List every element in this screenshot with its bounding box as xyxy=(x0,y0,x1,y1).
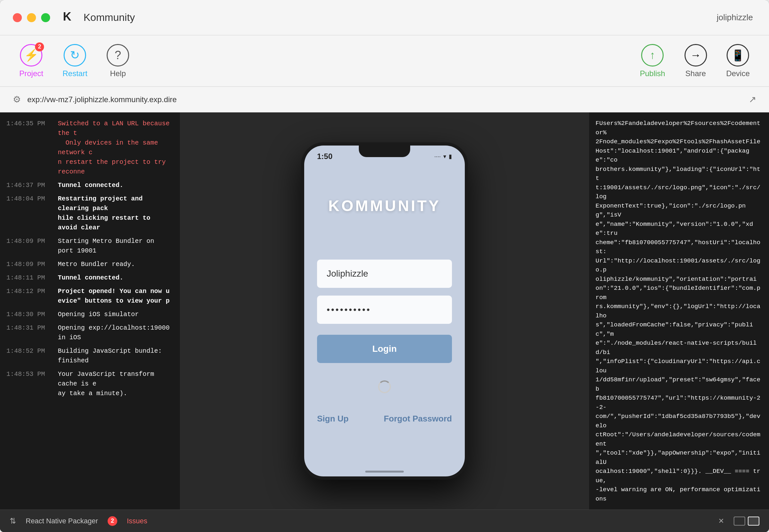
signup-link[interactable]: Sign Up xyxy=(317,414,349,424)
main-content: 1:46:35 PM Switched to a LAN URL because… xyxy=(0,112,769,510)
log-msg: Opening iOS simulator xyxy=(58,310,173,319)
log-msg: Building JavaScript bundle: finished xyxy=(58,346,173,366)
app-logo-area: K Kommunity xyxy=(63,10,135,25)
log-time: 1:48:30 PM xyxy=(6,310,51,319)
console-log: 1:46:35 PM Switched to a LAN URL because… xyxy=(0,112,180,510)
project-toolbar-item[interactable]: ⚡ 2 Project xyxy=(19,44,43,78)
help-icon: ? xyxy=(107,44,129,67)
window-btn-2[interactable] xyxy=(748,517,759,526)
issues-badge: 2 xyxy=(108,516,117,526)
phone-form: Login Sign Up Forgot Password xyxy=(317,260,452,424)
share-toolbar-item[interactable]: → Share xyxy=(685,44,707,78)
right-log: FUsers%2Fandeladeveloper%2Fsources%2Fcod… xyxy=(589,112,769,510)
log-entry: 1:48:09 PM Starting Metro Bundler on por… xyxy=(6,236,173,256)
log-msg: Opening exp://localhost:19000 in iOS xyxy=(58,323,173,342)
username-input[interactable] xyxy=(317,260,452,288)
restart-toolbar-item[interactable]: ↻ Restart xyxy=(63,44,87,78)
device-label: Device xyxy=(726,69,750,78)
device-toolbar-item[interactable]: 📱 Device xyxy=(726,44,750,78)
bottom-windows xyxy=(734,517,759,526)
close-button[interactable] xyxy=(13,13,22,22)
maximize-button[interactable] xyxy=(41,13,50,22)
right-panel: FUsers%2Fandeladeveloper%2Fsources%2Fcod… xyxy=(589,112,769,510)
log-entry: 1:48:11 PM Tunnel connected. xyxy=(6,273,173,283)
log-time: 1:48:11 PM xyxy=(6,273,51,283)
log-entry: 1:48:04 PM Restarting project and cleari… xyxy=(6,194,173,233)
password-input[interactable] xyxy=(317,296,452,324)
help-toolbar-item[interactable]: ? Help xyxy=(107,44,129,78)
log-msg: Your JavaScript transform cache is eay t… xyxy=(58,369,173,398)
url-bar: ⚙ exp://vw-mz7.joliphizzle.kommunity.exp… xyxy=(0,87,769,112)
publish-label: Publish xyxy=(640,69,665,78)
publish-toolbar-item[interactable]: ↑ Publish xyxy=(640,44,665,78)
log-entry: 1:48:52 PM Building JavaScript bundle: f… xyxy=(6,346,173,366)
console-panel: 1:46:35 PM Switched to a LAN URL because… xyxy=(0,112,180,510)
window-btn-1[interactable] xyxy=(734,517,745,526)
bottom-arrows-icon[interactable]: ⇅ xyxy=(10,517,16,526)
restart-icon: ↻ xyxy=(64,44,86,67)
title-bar: K Kommunity joliphizzle xyxy=(0,0,769,35)
forgot-password-link[interactable]: Forgot Password xyxy=(384,414,452,424)
status-bar: 1:50 ···· ▾ ▮ xyxy=(317,152,452,161)
phone-area: 1:50 ···· ▾ ▮ KOMMUNITY xyxy=(180,112,589,510)
iphone-screen: 1:50 ···· ▾ ▮ KOMMUNITY xyxy=(304,146,465,476)
login-button[interactable]: Login xyxy=(317,335,452,363)
iphone-mockup: 1:50 ···· ▾ ▮ KOMMUNITY xyxy=(301,142,468,480)
project-icon: ⚡ 2 xyxy=(20,44,42,67)
log-msg: Project opened! You can now uevice" butt… xyxy=(58,287,173,306)
minimize-button[interactable] xyxy=(27,13,36,22)
share-label: Share xyxy=(685,69,706,78)
log-entry: 1:46:35 PM Switched to a LAN URL because… xyxy=(6,119,173,177)
toolbar-right: ↑ Publish → Share 📱 Device xyxy=(640,44,750,78)
home-indicator xyxy=(304,467,465,476)
status-time: 1:50 xyxy=(317,152,332,161)
status-bar-area: 1:50 ···· ▾ ▮ xyxy=(304,146,465,171)
bottom-close-icon[interactable]: ✕ xyxy=(718,517,724,525)
log-entry: 1:48:53 PM Your JavaScript transform cac… xyxy=(6,369,173,398)
log-msg-error: Switched to a LAN URL because the t Only… xyxy=(58,119,173,177)
packager-label: React Native Packager xyxy=(26,517,98,525)
app-logo-icon: K xyxy=(63,10,78,25)
log-time: 1:48:53 PM xyxy=(6,369,51,398)
app-name-header: KOMMUNITY xyxy=(328,197,441,215)
right-log-text1: FUsers%2Fandeladeveloper%2Fsources%2Fcod… xyxy=(596,120,760,502)
log-time: 1:48:31 PM xyxy=(6,323,51,342)
loading-spinner xyxy=(378,380,391,393)
log-time: 1:48:09 PM xyxy=(6,260,51,269)
share-icon: → xyxy=(685,44,707,67)
log-time: 1:46:35 PM xyxy=(6,119,51,177)
log-msg: Metro Bundler ready. xyxy=(58,260,173,269)
user-label: joliphizzle xyxy=(717,13,753,22)
traffic-lights xyxy=(13,13,50,22)
mac-window: K Kommunity joliphizzle ⚡ 2 Project ↻ Re… xyxy=(0,0,769,532)
toolbar: ⚡ 2 Project ↻ Restart ? Help ↑ Publish →… xyxy=(0,35,769,87)
issues-label[interactable]: Issues xyxy=(127,517,147,525)
phone-content: KOMMUNITY Login Sign Up Forgot Password xyxy=(304,171,465,467)
log-time: 1:48:52 PM xyxy=(6,346,51,366)
log-entry: 1:48:30 PM Opening iOS simulator xyxy=(6,310,173,319)
log-entry: 1:48:09 PM Metro Bundler ready. xyxy=(6,260,173,269)
log-msg: Starting Metro Bundler on port 19001 xyxy=(58,236,173,256)
bottom-bar: ⇅ React Native Packager 2 Issues ✕ xyxy=(0,510,769,532)
phone-links: Sign Up Forgot Password xyxy=(317,414,452,424)
log-msg: Tunnel connected. xyxy=(58,181,173,190)
project-label: Project xyxy=(19,69,43,78)
url-text[interactable]: exp://vw-mz7.joliphizzle.kommunity.exp.d… xyxy=(27,95,742,104)
settings-icon: ⚙ xyxy=(13,94,21,105)
battery-icon: ▮ xyxy=(449,153,452,160)
app-title: Kommunity xyxy=(84,12,135,23)
project-badge: 2 xyxy=(35,42,44,51)
device-icon: 📱 xyxy=(727,44,749,67)
log-msg: Tunnel connected. xyxy=(58,273,173,283)
log-entry: 1:46:37 PM Tunnel connected. xyxy=(6,181,173,190)
log-time: 1:48:04 PM xyxy=(6,194,51,233)
expand-icon[interactable]: ↗ xyxy=(749,94,756,105)
publish-icon: ↑ xyxy=(641,44,664,67)
log-time: 1:46:37 PM xyxy=(6,181,51,190)
help-label: Help xyxy=(110,69,126,78)
log-time: 1:48:12 PM xyxy=(6,287,51,306)
log-msg: Restarting project and clearing packhile… xyxy=(58,194,173,233)
signal-icon: ···· xyxy=(434,153,441,160)
log-entry: 1:48:31 PM Opening exp://localhost:19000… xyxy=(6,323,173,342)
log-time: 1:48:09 PM xyxy=(6,236,51,256)
